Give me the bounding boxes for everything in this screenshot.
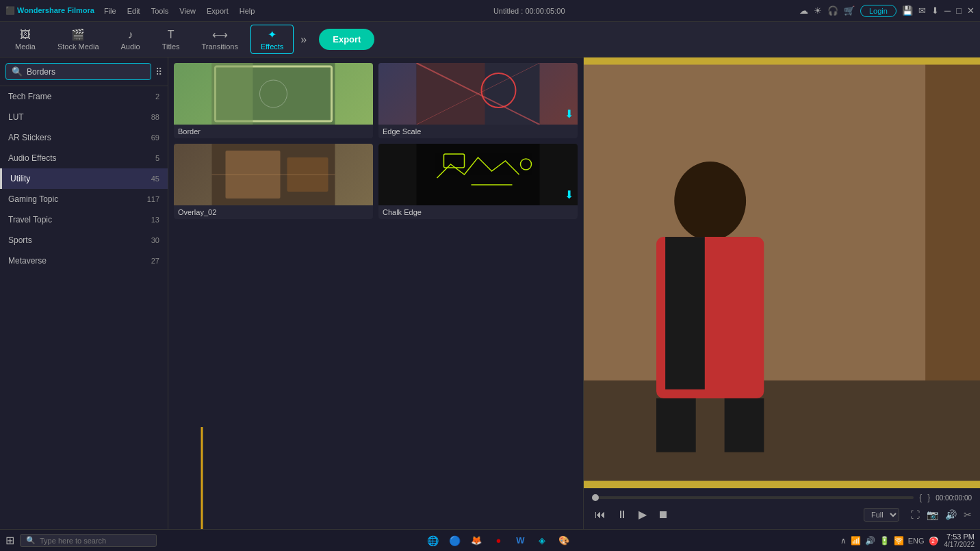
svg-rect-27 — [725, 398, 764, 452]
cat-audio-effects[interactable]: Audio Effects 5 — [0, 148, 168, 168]
svg-rect-20 — [584, 381, 980, 488]
cat-ar-stickers[interactable]: AR Stickers 69 — [0, 127, 168, 148]
maximize-button[interactable]: □ — [956, 5, 962, 16]
cat-travel-topic[interactable]: Travel Topic 13 — [0, 209, 168, 230]
lang-icon: ENG — [908, 537, 925, 545]
taskbar-app-chrome[interactable]: 🔵 — [445, 531, 464, 550]
download-icon[interactable]: ⬇ — [931, 5, 939, 16]
save-icon[interactable]: 💾 — [902, 5, 913, 16]
transitions-icon: ⟷ — [212, 28, 228, 41]
cat-lut[interactable]: LUT 88 — [0, 107, 168, 127]
scrubber-thumb[interactable] — [592, 494, 599, 501]
chalk-edge-thumb-svg — [378, 144, 578, 205]
chalk-edge-label: Chalk Edge — [378, 205, 578, 219]
wifi-icon[interactable]: 🛜 — [894, 536, 904, 546]
minimize-button[interactable]: ─ — [944, 5, 951, 16]
search-input-wrap: 🔍 — [5, 63, 151, 80]
cat-gaming-topic[interactable]: Gaming Topic 117 — [0, 189, 168, 209]
category-list: Tech Frame 2 LUT 88 AR Stickers 69 Audio… — [0, 86, 168, 529]
audio-icon: ♪ — [128, 29, 133, 41]
overlay02-label: Overlay_02 — [174, 205, 373, 219]
scrubber-track[interactable] — [592, 496, 914, 499]
cat-metaverse[interactable]: Metaverse 27 — [0, 251, 168, 271]
download-icon-edge: ⬇ — [565, 107, 573, 120]
taskbar-app-opera[interactable]: ● — [489, 531, 508, 550]
quality-select[interactable]: Full 1/2 1/4 — [864, 508, 899, 522]
tool-media[interactable]: 🖼 Media — [5, 26, 45, 53]
taskbar-app-paint[interactable]: 🎨 — [554, 531, 573, 550]
volume-sys-icon[interactable]: 🔊 — [865, 536, 875, 546]
chevron-up-icon[interactable]: ∧ — [840, 536, 847, 546]
grid-view-icon[interactable]: ⠿ — [155, 66, 162, 77]
main-area: 🔍 ⠿ Tech Frame 2 LUT 88 AR Stickers 69 A… — [0, 57, 980, 529]
scrubber-bar: { } 00:00:00:00 — [592, 493, 972, 502]
tool-transitions[interactable]: ⟷ Transitions — [192, 25, 248, 53]
mail-icon[interactable]: ✉ — [918, 5, 926, 16]
search-input[interactable] — [27, 67, 145, 77]
volume-icon[interactable]: 🔊 — [945, 509, 957, 520]
taskbar: ⊞ 🔍 🌐 🔵 🦊 ● W ◈ 🎨 ∧ 📶 🔊 🔋 🛜 ENG 💬 2 7:53 — [0, 529, 980, 551]
effect-border[interactable]: Border — [174, 63, 373, 138]
taskbar-app-edge[interactable]: 🌐 — [423, 531, 442, 550]
menu-export[interactable]: Export — [203, 5, 233, 16]
notification-badge: 2 — [929, 537, 938, 546]
titles-icon: T — [168, 29, 175, 41]
taskbar-search-icon: 🔍 — [26, 536, 36, 545]
headphone-icon[interactable]: 🎧 — [827, 5, 838, 16]
svg-rect-25 — [665, 237, 705, 389]
window-title: Untitled : 00:00:05:00 — [493, 7, 565, 15]
cat-utility[interactable]: Utility 45 — [0, 168, 168, 189]
effect-chalk-edge[interactable]: ⬇ Chalk Edge — [378, 144, 578, 219]
stop-button[interactable]: ⏹ — [655, 507, 671, 522]
screenshot-icon[interactable]: 📷 — [927, 509, 938, 520]
tool-audio[interactable]: ♪ Audio — [112, 26, 150, 53]
more-tools-chevron[interactable]: » — [300, 34, 307, 46]
overlay02-thumb — [174, 144, 373, 205]
taskbar-app-word[interactable]: W — [511, 531, 530, 550]
search-bar: 🔍 ⠿ — [0, 57, 168, 86]
video-still — [584, 57, 980, 488]
step-back-button[interactable]: ⏮ — [592, 507, 608, 522]
tool-effects[interactable]: ✦ Effects — [250, 25, 294, 54]
taskbar-app-unknown[interactable]: ◈ — [532, 531, 552, 550]
edge-scale-thumb-svg — [378, 63, 578, 125]
taskbar-app-firefox[interactable]: 🦊 — [467, 531, 486, 550]
menu-file[interactable]: File — [100, 5, 120, 16]
menu-help[interactable]: Help — [235, 5, 259, 16]
effect-overlay02[interactable]: Overlay_02 — [174, 144, 373, 219]
shop-icon[interactable]: 🛒 — [844, 5, 855, 16]
tool-stock-media[interactable]: 🎬 Stock Media — [48, 25, 109, 53]
border-thumb-svg — [174, 63, 373, 125]
search-icon: 🔍 — [12, 66, 23, 77]
pause-button[interactable]: ⏸ — [614, 507, 630, 522]
sun-icon[interactable]: ☀ — [814, 5, 822, 16]
export-button[interactable]: Export — [319, 29, 374, 50]
time-display: 00:00:00:00 — [936, 494, 972, 502]
menu-edit[interactable]: Edit — [123, 5, 144, 16]
menu-tools[interactable]: Tools — [147, 5, 173, 16]
cat-tech-frame[interactable]: Tech Frame 2 — [0, 86, 168, 107]
effects-icon: ✦ — [268, 28, 276, 41]
menu-view[interactable]: View — [175, 5, 200, 16]
windows-start-button[interactable]: ⊞ — [5, 534, 14, 547]
tool-titles[interactable]: T Titles — [153, 26, 190, 53]
taskbar-right: ∧ 📶 🔊 🔋 🛜 ENG 💬 2 7:53 PM 4/17/2022 — [840, 533, 975, 548]
preview-video — [584, 57, 980, 488]
battery-icon[interactable]: 🔋 — [879, 536, 890, 546]
cloud-icon[interactable]: ☁ — [799, 5, 808, 16]
network-icon[interactable]: 📶 — [851, 536, 861, 546]
cat-sports[interactable]: Sports 30 — [0, 230, 168, 251]
menu-bar: File Edit Tools View Export Help — [100, 5, 259, 16]
taskbar-search-input[interactable] — [40, 537, 151, 545]
close-button[interactable]: ✕ — [967, 5, 975, 16]
svg-rect-2 — [212, 63, 253, 125]
title-bar: ⬛ Wondershare Filmora File Edit Tools Vi… — [0, 0, 980, 22]
stock-icon: 🎬 — [71, 28, 85, 41]
video-frame — [584, 57, 980, 488]
login-button[interactable]: Login — [860, 5, 897, 17]
notification-icon[interactable]: 💬 2 — [929, 536, 939, 546]
fullscreen-icon[interactable]: ⛶ — [910, 509, 920, 520]
crop-icon[interactable]: ✂ — [964, 509, 972, 520]
effect-edge-scale[interactable]: ⬇ Edge Scale — [378, 63, 578, 138]
play-button[interactable]: ▶ — [636, 507, 649, 522]
